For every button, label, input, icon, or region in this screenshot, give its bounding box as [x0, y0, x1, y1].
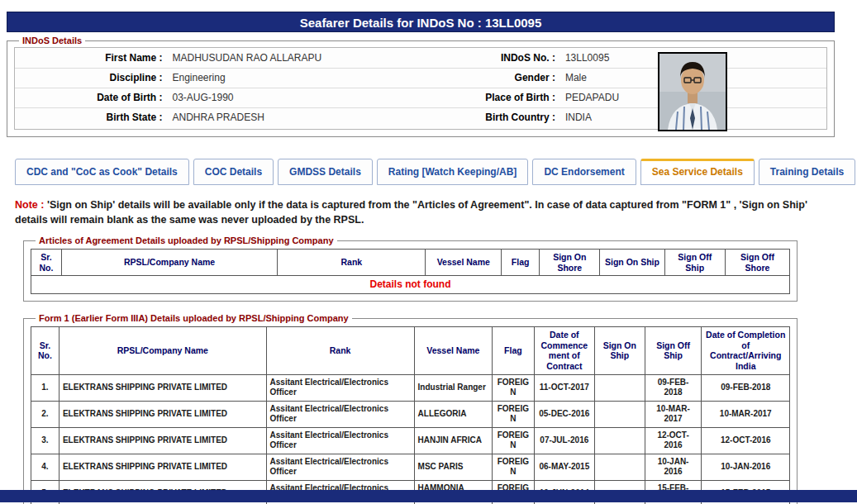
indos-details-legend: INDoS Details [19, 36, 85, 45]
column-header: Vessel Name [414, 327, 493, 374]
table-cell: 10-JAN-2016 [702, 454, 790, 480]
empty-row: Details not found [31, 276, 790, 294]
note: Note : 'Sign on Ship' details will be av… [15, 198, 820, 227]
table-cell: Assitant Electrical/Electronics Officer [266, 374, 414, 401]
column-header: RPSL/Company Name [59, 327, 266, 374]
column-header: RPSL/Company Name [61, 250, 278, 276]
table-cell: 4. [31, 454, 60, 480]
table-cell: 09-FEB-2018 [645, 374, 702, 401]
column-header: Flag [502, 250, 540, 276]
table-cell: 06-MAY-2015 [534, 454, 594, 480]
column-header: Sign Off Ship [664, 250, 725, 276]
table-cell: ELEKTRANS SHIPPING PRIVATE LIMITED [59, 374, 266, 401]
articles-of-agreement-legend: Articles of Agreement Details uploaded b… [36, 235, 337, 245]
table-cell: 12-OCT-2016 [645, 427, 702, 454]
tab-dc-endorsement[interactable]: DC Endorsement [532, 159, 636, 185]
photo-spacer [817, 48, 826, 68]
note-text: 'Sign on Ship' details will be available… [15, 199, 807, 226]
table-cell [595, 401, 645, 427]
field-value: MADHUSUDAN RAO ALLARAPU [168, 48, 456, 68]
tab-bar: CDC and "CoC as Cook" DetailsCOC Details… [15, 159, 857, 185]
table-cell: Assitant Electrical/Electronics Officer [266, 427, 414, 454]
table-cell: Assitant Electrical/Electronics Officer [266, 454, 414, 480]
tab-gmdss-details[interactable]: GMDSS Details [278, 159, 373, 185]
column-header: Vessel Name [426, 250, 502, 276]
table-cell: 11-OCT-2017 [534, 374, 594, 401]
field-label: Discipline : [15, 68, 168, 88]
column-header: Rank [266, 327, 414, 374]
photo-spacer [817, 88, 826, 107]
field-label: Birth State : [15, 107, 168, 127]
field-label: Date of Birth : [15, 88, 168, 107]
table-cell: 10-MAR-2017 [645, 401, 702, 427]
tab-training-details[interactable]: Training Details [759, 159, 855, 185]
form1-details-table: Sr. No.RPSL/Company NameRankVessel NameF… [31, 326, 790, 504]
table-cell: ELEKTRANS SHIPPING PRIVATE LIMITED [59, 427, 266, 454]
table-cell: FOREIGN [493, 374, 534, 401]
tab-coc-details[interactable]: COC Details [193, 159, 274, 185]
tab-rating-watch-keeping-ab[interactable]: Rating [Watch Keeping/AB] [377, 159, 529, 185]
details-not-found-message: Details not found [31, 276, 790, 294]
articles-of-agreement-section: Articles of Agreement Details uploaded b… [23, 235, 797, 302]
table-cell: 09-FEB-2018 [702, 374, 790, 401]
articles-of-agreement-table: Sr. No.RPSL/Company NameRankVessel NameF… [31, 249, 790, 294]
column-header: Date of Completion of Contract/Arriving … [702, 327, 790, 374]
indos-details-section: INDoS Details First Name :MADHUSUDAN RAO… [7, 36, 835, 137]
table-cell: ALLEGORIA [414, 401, 493, 427]
header-row: Sr. No.RPSL/Company NameRankVessel NameF… [31, 250, 790, 276]
table-cell [595, 374, 645, 401]
field-label: INDoS No. : [456, 48, 560, 68]
field-value: ANDHRA PRADESH [168, 107, 456, 127]
tables-area: Articles of Agreement Details uploaded b… [23, 235, 797, 504]
footer-bar [0, 490, 857, 502]
table-cell: 12-OCT-2016 [702, 427, 790, 454]
header-row: Sr. No.RPSL/Company NameRankVessel NameF… [31, 327, 790, 374]
column-header: Flag [493, 327, 534, 374]
table-cell: 10-JAN-2016 [645, 454, 702, 480]
field-label: First Name : [15, 48, 168, 68]
field-label: Place of Birth : [456, 88, 560, 107]
photo-spacer [817, 107, 826, 127]
table-cell [595, 427, 645, 454]
table-cell: FOREIGN [493, 427, 534, 454]
table-cell: HANJIN AFRICA [414, 427, 493, 454]
table-cell: ELEKTRANS SHIPPING PRIVATE LIMITED [59, 454, 266, 480]
photo-spacer [817, 68, 826, 88]
form1-section: Form 1 (Earlier Form IIIA) Details uploa… [23, 313, 797, 504]
column-header: Date of Commencement of Contract [534, 327, 594, 374]
column-header: Sign On Shore [540, 250, 600, 276]
column-header: Sign Off Shore [725, 250, 789, 276]
table-row: 1.ELEKTRANS SHIPPING PRIVATE LIMITEDAssi… [31, 374, 790, 401]
column-header: Sr. No. [31, 250, 62, 276]
table-cell: 1. [31, 374, 60, 401]
table-cell: 2. [31, 401, 60, 427]
table-cell: 07-JUL-2016 [534, 427, 594, 454]
table-cell: Industrial Ranger [414, 374, 493, 401]
seafarer-photo [658, 52, 727, 131]
field-label: Birth Country : [456, 107, 560, 127]
indos-details-box: First Name :MADHUSUDAN RAO ALLARAPUINDoS… [14, 47, 827, 130]
column-header: Sr. No. [31, 327, 60, 374]
form1-legend: Form 1 (Earlier Form IIIA) Details uploa… [36, 313, 352, 323]
table-cell: ELEKTRANS SHIPPING PRIVATE LIMITED [59, 401, 266, 427]
table-cell: 05-DEC-2016 [534, 401, 594, 427]
table-cell: MSC PARIS [414, 454, 493, 480]
field-value: 03-AUG-1990 [168, 88, 456, 107]
seafarer-photo-image [659, 54, 726, 130]
table-row: 3.ELEKTRANS SHIPPING PRIVATE LIMITEDAssi… [31, 427, 790, 454]
table-row: 2.ELEKTRANS SHIPPING PRIVATE LIMITEDAssi… [31, 401, 790, 427]
table-cell: 10-MAR-2017 [702, 401, 790, 427]
table-cell: FOREIGN [493, 401, 534, 427]
note-label: Note : [15, 199, 44, 211]
tab-sea-service-details[interactable]: Sea Service Details [640, 159, 755, 185]
field-value: Engineering [168, 68, 456, 88]
table-cell: 3. [31, 427, 60, 454]
field-label: Gender : [456, 68, 560, 88]
table-cell: Assitant Electrical/Electronics Officer [266, 401, 414, 427]
tab-cdc-and-coc-as-cook-details[interactable]: CDC and "CoC as Cook" Details [15, 159, 189, 185]
table-cell: FOREIGN [493, 454, 534, 480]
column-header: Sign On Ship [600, 250, 664, 276]
table-row: 4.ELEKTRANS SHIPPING PRIVATE LIMITEDAssi… [31, 454, 790, 480]
table-cell [595, 454, 645, 480]
column-header: Rank [278, 250, 426, 276]
